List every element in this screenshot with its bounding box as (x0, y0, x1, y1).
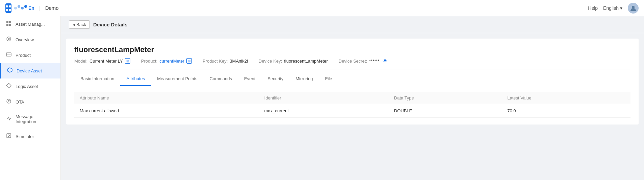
device-key-value: fluorescentLampMeter (284, 59, 328, 64)
model-link-icon[interactable]: ⊞ (125, 58, 130, 64)
language-label: English (603, 5, 619, 11)
tab-file[interactable]: File (319, 72, 338, 86)
svg-point-4 (14, 7, 17, 9)
device-key-meta: Device Key: fluorescentLampMeter (259, 59, 328, 64)
ota-icon (5, 98, 12, 105)
col-latest-value: Latest Value (502, 92, 630, 104)
model-value: Current Meter LY (89, 59, 123, 64)
logic-asset-icon (5, 83, 12, 90)
product-icon (5, 52, 12, 59)
sidebar-item-label: Message Integration (16, 114, 55, 124)
col-attribute-name: Attribute Name (74, 92, 259, 104)
cell-identifier: max_current (259, 104, 389, 118)
sidebar-item-ota[interactable]: OTA (0, 94, 60, 110)
svg-rect-11 (9, 21, 11, 23)
model-label: Model: (74, 59, 87, 64)
svg-marker-19 (6, 83, 11, 88)
product-key-value: 3MAnik2i (230, 59, 248, 64)
svg-marker-18 (7, 68, 12, 72)
tab-mirroring[interactable]: Mirroring (289, 72, 319, 86)
sidebar-item-label: Asset Manag... (16, 22, 45, 27)
table-header-row: Attribute Name Identifier Data Type Late… (74, 92, 630, 104)
svg-rect-12 (6, 24, 8, 26)
device-name: fluorescentLampMeter (74, 45, 630, 54)
device-metadata: Model: Current Meter LY ⊞ Product: curre… (74, 58, 630, 69)
svg-point-6 (21, 7, 24, 9)
overview-icon (5, 36, 12, 43)
tab-measurement-points[interactable]: Measurement Points (151, 72, 203, 86)
svg-point-7 (24, 5, 27, 8)
svg-point-5 (18, 5, 20, 8)
app-title: Demo (44, 5, 59, 11)
svg-point-14 (7, 37, 11, 41)
sidebar-item-logic-asset[interactable]: Logic Asset (0, 78, 60, 94)
message-integration-icon (5, 116, 12, 122)
tab-event[interactable]: Event (238, 72, 261, 86)
svg-point-15 (8, 38, 9, 40)
logo-area: EnOS | Demo (0, 3, 61, 13)
product-label: Product: (141, 59, 157, 64)
svg-point-9 (632, 6, 635, 8)
product-value: currentMeter (159, 59, 184, 64)
enos-logo: EnOS (14, 5, 34, 12)
svg-rect-1 (9, 5, 11, 7)
main-content: ◂ Back Device Details fluorescentLampMet… (61, 0, 644, 180)
device-secret-label: Device Secret: (339, 59, 367, 64)
device-secret-value: ****** (369, 59, 379, 64)
svg-rect-16 (6, 53, 11, 56)
page-title: Device Details (93, 22, 128, 27)
svg-text:EnOS: EnOS (28, 5, 34, 11)
help-link[interactable]: Help (588, 5, 598, 11)
product-key-label: Product Key: (203, 59, 228, 64)
tab-attributes[interactable]: Attributes (120, 72, 151, 86)
svg-rect-2 (6, 9, 8, 11)
topnav-right: Help English ▾ (588, 3, 644, 14)
sidebar-item-product[interactable]: Product (0, 47, 60, 63)
device-asset-icon (6, 67, 13, 74)
asset-management-icon (5, 21, 12, 27)
tab-basic-information[interactable]: Basic Information (74, 72, 120, 86)
app-grid-icon[interactable] (5, 3, 11, 13)
svg-rect-3 (9, 9, 11, 11)
top-navigation: EnOS | Demo Help English ▾ (0, 0, 644, 16)
language-chevron-icon: ▾ (620, 5, 622, 11)
sidebar-item-device-asset[interactable]: Device Asset (0, 63, 60, 78)
show-secret-icon[interactable]: 👁 (383, 58, 387, 64)
product-meta: Product: currentMeter ⊞ (141, 58, 192, 64)
sidebar-item-label: Product (16, 53, 31, 58)
language-selector[interactable]: English ▾ (603, 5, 622, 11)
sidebar-item-message-integration[interactable]: Message Integration (0, 110, 60, 129)
product-key-meta: Product Key: 3MAnik2i (203, 59, 248, 64)
user-avatar[interactable] (628, 3, 639, 14)
device-details-card: fluorescentLampMeter Model: Current Mete… (66, 39, 639, 125)
sidebar-item-overview[interactable]: Overview (0, 32, 60, 47)
tab-security[interactable]: Security (261, 72, 289, 86)
tab-commands[interactable]: Commands (204, 72, 238, 86)
back-button[interactable]: ◂ Back (69, 20, 90, 29)
sidebar-item-label: Device Asset (17, 68, 42, 73)
back-label: Back (76, 22, 86, 27)
sidebar-item-label: OTA (16, 99, 24, 105)
simulator-icon (5, 133, 12, 140)
cell-latest-value: 70.0 (502, 104, 630, 118)
device-key-label: Device Key: (259, 59, 282, 64)
back-chevron-icon: ◂ (73, 22, 75, 27)
col-data-type: Data Type (389, 92, 502, 104)
sidebar: Asset Manag... Overview Product Device A… (0, 0, 61, 180)
svg-rect-0 (6, 5, 8, 7)
col-identifier: Identifier (259, 92, 389, 104)
detail-tabs: Basic Information Attributes Measurement… (74, 72, 630, 86)
sidebar-item-asset-management[interactable]: Asset Manag... (0, 16, 60, 32)
table-row: Max current allowed max_current DOUBLE 7… (74, 104, 630, 118)
svg-rect-10 (6, 21, 8, 23)
device-secret-meta: Device Secret: ****** 👁 (339, 58, 388, 64)
page-header: ◂ Back Device Details (61, 16, 644, 33)
sidebar-item-simulator[interactable]: Simulator (0, 129, 60, 144)
svg-rect-13 (9, 24, 11, 26)
cell-data-type: DOUBLE (389, 104, 502, 118)
model-meta: Model: Current Meter LY ⊞ (74, 58, 130, 64)
sidebar-item-label: Logic Asset (16, 84, 38, 89)
product-link-icon[interactable]: ⊞ (186, 58, 192, 64)
attributes-table: Attribute Name Identifier Data Type Late… (74, 92, 630, 118)
sidebar-item-label: Simulator (16, 134, 34, 139)
